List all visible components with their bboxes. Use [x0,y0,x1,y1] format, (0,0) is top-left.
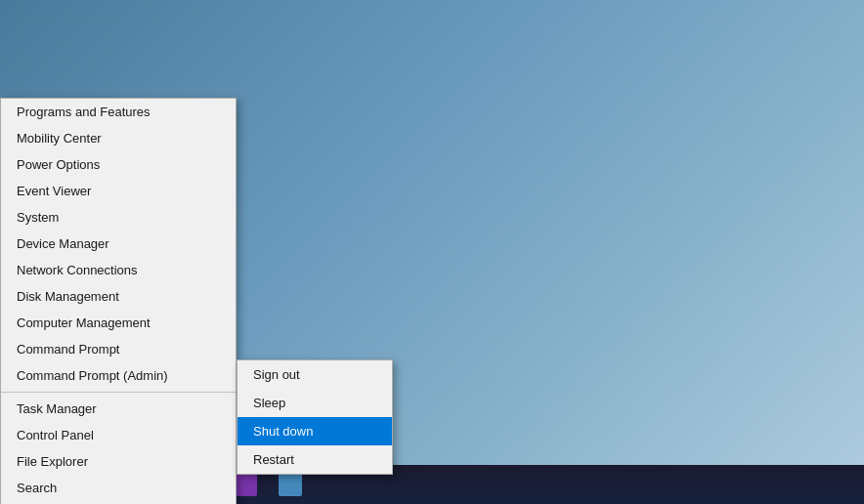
menu-item-label-programs-features: Programs and Features [17,105,151,119]
menu-item-computer-management[interactable]: Computer Management [1,310,236,336]
menu-item-programs-features[interactable]: Programs and Features [1,99,236,125]
desktop: Programs and FeaturesMobility CenterPowe… [0,0,864,504]
submenu-item-restart[interactable]: Restart [238,445,392,474]
menu-item-device-manager[interactable]: Device Manager [1,231,236,257]
menu-item-label-disk-management: Disk Management [17,289,119,304]
menu-item-file-explorer[interactable]: File Explorer [1,448,236,475]
menu-item-event-viewer[interactable]: Event Viewer [1,178,236,204]
menu-item-label-event-viewer: Event Viewer [17,184,91,198]
menu-item-label-power-options: Power Options [17,157,100,172]
submenu-item-shut-down[interactable]: Shut down [238,417,392,445]
taskbar-icon-img-4 [234,473,257,496]
menu-item-label-network-connections: Network Connections [17,263,138,277]
menu-item-control-panel[interactable]: Control Panel [1,422,236,448]
menu-item-label-system: System [17,210,59,225]
menu-item-search[interactable]: Search [1,475,236,501]
menu-item-label-mobility-center: Mobility Center [17,131,102,146]
menu-item-label-command-prompt: Command Prompt [17,342,119,357]
menu-item-command-prompt[interactable]: Command Prompt [1,336,236,362]
menu-item-power-options[interactable]: Power Options [1,151,236,178]
menu-item-system[interactable]: System [1,204,236,231]
menu-item-label-computer-management: Computer Management [17,315,151,330]
menu-item-command-prompt-admin[interactable]: Command Prompt (Admin) [1,362,236,389]
menu-item-label-control-panel: Control Panel [17,428,94,442]
menu-separator [1,392,236,393]
menu-item-label-task-manager: Task Manager [17,401,97,416]
taskbar-icon-img-5 [279,473,302,496]
menu-item-network-connections[interactable]: Network Connections [1,257,236,283]
menu-item-mobility-center[interactable]: Mobility Center [1,125,236,151]
menu-item-label-file-explorer: File Explorer [17,454,88,469]
menu-item-task-manager[interactable]: Task Manager [1,396,236,422]
context-menu: Programs and FeaturesMobility CenterPowe… [0,98,237,504]
submenu-item-sleep[interactable]: Sleep [238,389,392,417]
menu-item-disk-management[interactable]: Disk Management [1,283,236,310]
menu-item-label-command-prompt-admin: Command Prompt (Admin) [17,368,168,383]
submenu: Sign outSleepShut downRestart [237,359,393,475]
submenu-item-sign-out[interactable]: Sign out [238,360,392,389]
menu-item-label-search: Search [17,481,57,495]
menu-item-label-device-manager: Device Manager [17,236,109,251]
